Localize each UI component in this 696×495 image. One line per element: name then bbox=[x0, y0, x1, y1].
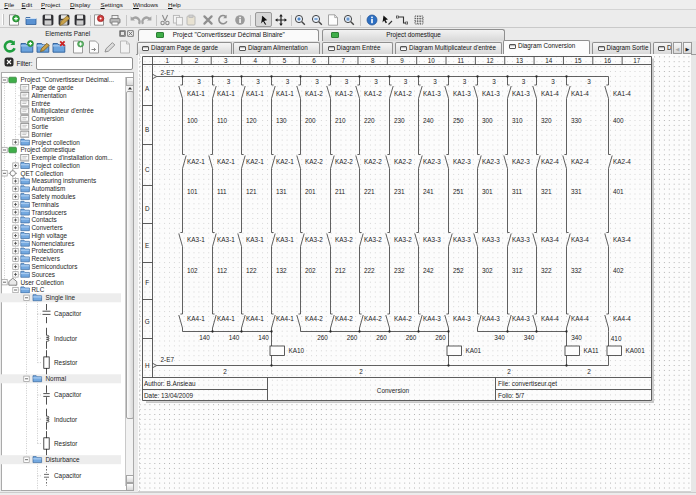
svg-text:KA3-2: KA3-2 bbox=[335, 236, 353, 243]
svg-text:KA1-1: KA1-1 bbox=[217, 90, 235, 97]
svg-text:KA4-2: KA4-2 bbox=[394, 315, 412, 322]
svg-text:Inductor: Inductor bbox=[54, 416, 78, 423]
svg-text:KA3-4: KA3-4 bbox=[613, 236, 631, 243]
svg-text:Conversion: Conversion bbox=[32, 115, 65, 122]
svg-text:KA1-2: KA1-2 bbox=[335, 90, 353, 97]
svg-text:3: 3 bbox=[551, 78, 555, 85]
svg-text:KA4-1: KA4-1 bbox=[187, 315, 205, 322]
svg-text:KA4-3: KA4-3 bbox=[482, 315, 500, 322]
svg-text:KA2-2: KA2-2 bbox=[335, 158, 353, 165]
svg-text:230: 230 bbox=[394, 117, 405, 124]
svg-text:Project "Convertisseur Décimal: Project "Convertisseur Décimal... bbox=[21, 76, 115, 84]
svg-text:KA2-1: KA2-1 bbox=[217, 158, 235, 165]
svg-text:Capacitor: Capacitor bbox=[54, 310, 82, 318]
svg-text:Page de garde: Page de garde bbox=[32, 84, 74, 92]
svg-text:3: 3 bbox=[404, 78, 408, 85]
svg-text:KA3-1: KA3-1 bbox=[217, 236, 235, 243]
svg-text:Date: 13/04/2009: Date: 13/04/2009 bbox=[144, 392, 193, 399]
svg-text:140: 140 bbox=[229, 334, 240, 341]
svg-text:KA4-2: KA4-2 bbox=[305, 315, 323, 322]
svg-text:311: 311 bbox=[512, 188, 523, 195]
svg-text:210: 210 bbox=[335, 117, 346, 124]
svg-text:300: 300 bbox=[482, 117, 493, 124]
svg-text:122: 122 bbox=[246, 267, 257, 274]
svg-text:Sortie: Sortie bbox=[32, 123, 49, 130]
svg-text:3: 3 bbox=[587, 78, 591, 85]
svg-text:1: 1 bbox=[165, 57, 169, 64]
svg-text:3: 3 bbox=[433, 78, 437, 85]
svg-text:Bornier: Bornier bbox=[32, 131, 53, 138]
svg-text:3: 3 bbox=[522, 78, 526, 85]
svg-text:KA2-2: KA2-2 bbox=[305, 158, 323, 165]
svg-text:401: 401 bbox=[613, 188, 624, 195]
svg-text:121: 121 bbox=[246, 188, 257, 195]
svg-text:2-E7: 2-E7 bbox=[161, 69, 175, 76]
svg-text:202: 202 bbox=[305, 267, 316, 274]
svg-text:QET Collection: QET Collection bbox=[21, 170, 64, 178]
svg-text:H: H bbox=[145, 362, 150, 369]
svg-text:7: 7 bbox=[342, 57, 346, 64]
svg-text:5: 5 bbox=[283, 57, 287, 64]
svg-text:102: 102 bbox=[187, 267, 198, 274]
svg-text:Project collection: Project collection bbox=[32, 139, 81, 147]
svg-text:KA3-2: KA3-2 bbox=[364, 236, 382, 243]
svg-text:331: 331 bbox=[571, 188, 582, 195]
svg-text:Multiplicateur d'entrée: Multiplicateur d'entrée bbox=[32, 107, 95, 115]
svg-text:112: 112 bbox=[217, 267, 228, 274]
svg-text:D: D bbox=[145, 205, 150, 212]
svg-text:402: 402 bbox=[613, 267, 624, 274]
svg-text:KA4-4: KA4-4 bbox=[571, 315, 589, 322]
svg-text:KA4-1: KA4-1 bbox=[276, 315, 294, 322]
svg-text:Protections: Protections bbox=[32, 247, 64, 254]
svg-text:212: 212 bbox=[335, 267, 346, 274]
svg-text:KA1-3: KA1-3 bbox=[453, 90, 471, 97]
svg-text:Conversion: Conversion bbox=[377, 387, 410, 394]
svg-text:252: 252 bbox=[453, 267, 464, 274]
svg-text:200: 200 bbox=[305, 117, 316, 124]
svg-text:6: 6 bbox=[312, 57, 316, 64]
svg-text:12: 12 bbox=[487, 57, 495, 64]
svg-text:3: 3 bbox=[345, 78, 349, 85]
svg-text:410: 410 bbox=[611, 335, 622, 342]
svg-text:Measuring instruments: Measuring instruments bbox=[32, 177, 97, 185]
svg-text:130: 130 bbox=[276, 117, 287, 124]
svg-text:13: 13 bbox=[516, 57, 524, 64]
svg-text:KA2-3: KA2-3 bbox=[453, 158, 471, 165]
svg-text:KA2-3: KA2-3 bbox=[482, 158, 500, 165]
svg-text:221: 221 bbox=[364, 188, 375, 195]
svg-text:3: 3 bbox=[286, 78, 290, 85]
svg-text:KA2-4: KA2-4 bbox=[571, 158, 589, 165]
svg-text:3: 3 bbox=[463, 78, 467, 85]
svg-text:KA3-4: KA3-4 bbox=[571, 236, 589, 243]
svg-text:2: 2 bbox=[195, 57, 199, 64]
svg-text:260: 260 bbox=[435, 334, 446, 341]
svg-text:KA1-2: KA1-2 bbox=[394, 90, 412, 97]
svg-text:KA2-1: KA2-1 bbox=[187, 158, 205, 165]
svg-text:260: 260 bbox=[347, 334, 358, 341]
svg-text:250: 250 bbox=[453, 117, 464, 124]
svg-text:110: 110 bbox=[217, 117, 228, 124]
svg-text:KA1-3: KA1-3 bbox=[512, 90, 530, 97]
svg-text:KA1-3: KA1-3 bbox=[482, 90, 500, 97]
svg-text:Converters: Converters bbox=[32, 224, 63, 231]
svg-text:KA4-1: KA4-1 bbox=[246, 315, 264, 322]
svg-text:KA4-3: KA4-3 bbox=[512, 315, 530, 322]
svg-text:340: 340 bbox=[524, 334, 535, 341]
svg-text:2: 2 bbox=[359, 368, 363, 375]
svg-text:120: 120 bbox=[246, 117, 257, 124]
svg-text:KA4-3: KA4-3 bbox=[453, 315, 471, 322]
svg-text:KA1-2: KA1-2 bbox=[305, 90, 323, 97]
svg-text:KA2-4: KA2-4 bbox=[613, 158, 631, 165]
svg-text:Alimentation: Alimentation bbox=[32, 92, 68, 99]
svg-text:KA3-1: KA3-1 bbox=[276, 236, 294, 243]
svg-text:132: 132 bbox=[276, 267, 287, 274]
svg-text:201: 201 bbox=[305, 188, 316, 195]
svg-text:Disturbance: Disturbance bbox=[46, 456, 81, 463]
svg-text:3: 3 bbox=[224, 57, 228, 64]
svg-text:KA4-2: KA4-2 bbox=[364, 315, 382, 322]
svg-text:321: 321 bbox=[541, 188, 552, 195]
svg-text:2: 2 bbox=[223, 368, 227, 375]
svg-text:240: 240 bbox=[423, 117, 434, 124]
svg-text:17: 17 bbox=[633, 57, 641, 64]
svg-text:KA2-3: KA2-3 bbox=[512, 158, 530, 165]
